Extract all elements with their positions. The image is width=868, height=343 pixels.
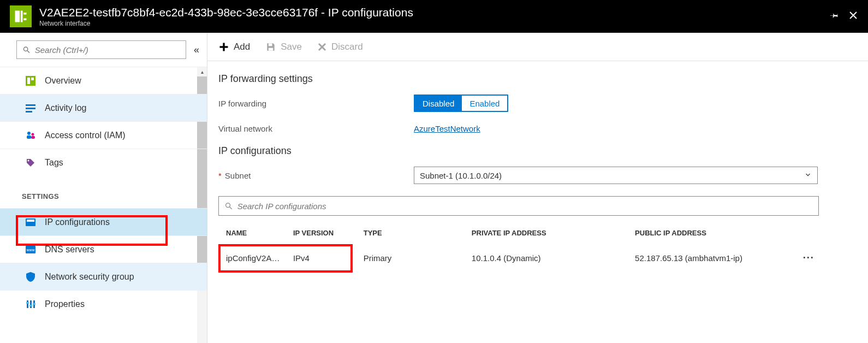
vnet-label: Virtual network bbox=[218, 124, 414, 133]
svg-point-35 bbox=[226, 203, 230, 208]
sidebar-item-ip-configurations[interactable]: IP configurations bbox=[0, 208, 207, 235]
collapse-sidebar-icon[interactable]: « bbox=[194, 44, 199, 56]
svg-rect-24 bbox=[30, 300, 32, 308]
svg-rect-15 bbox=[27, 135, 31, 139]
svg-rect-23 bbox=[27, 300, 28, 308]
subnet-select[interactable]: Subnet-1 (10.1.0.0/24) bbox=[414, 167, 818, 184]
svg-rect-13 bbox=[26, 111, 32, 113]
shield-icon bbox=[25, 271, 36, 282]
svg-rect-3 bbox=[23, 19, 26, 21]
sidebar-item-label: Network security group bbox=[45, 272, 134, 282]
sidebar-item-label: IP configurations bbox=[45, 217, 110, 227]
sidebar-item-nsg[interactable]: Network security group bbox=[0, 263, 207, 290]
row-context-menu-icon[interactable]: ··· bbox=[798, 252, 819, 264]
svg-point-14 bbox=[27, 132, 31, 135]
chevron-down-icon bbox=[804, 171, 812, 180]
content: IP forwarding settings IP forwarding Dis… bbox=[207, 61, 868, 343]
toggle-disabled[interactable]: Disabled bbox=[415, 96, 462, 111]
ip-config-icon bbox=[25, 217, 36, 228]
sidebar-item-label: Access control (IAM) bbox=[45, 131, 126, 140]
discard-button: Discard bbox=[317, 42, 363, 52]
access-control-icon bbox=[25, 130, 36, 141]
sidebar-item-label: Overview bbox=[45, 76, 81, 86]
dns-icon: www bbox=[25, 244, 36, 255]
sidebar-item-dns-servers[interactable]: www DNS servers bbox=[0, 235, 207, 263]
close-icon[interactable] bbox=[848, 10, 858, 23]
subnet-value: Subnet-1 (10.1.0.0/24) bbox=[420, 171, 502, 180]
svg-rect-31 bbox=[269, 43, 272, 46]
sidebar-search[interactable] bbox=[16, 40, 186, 59]
blade-title: V2AE2E2-testfb7c8bf4-ec2d-433b-98ec-3e3c… bbox=[39, 5, 830, 19]
svg-rect-32 bbox=[269, 48, 273, 50]
sidebar-item-activity-log[interactable]: Activity log bbox=[0, 94, 207, 121]
sidebar-item-label: Activity log bbox=[45, 103, 86, 113]
svg-rect-12 bbox=[26, 108, 35, 109]
add-button[interactable]: Add bbox=[218, 42, 250, 52]
svg-point-16 bbox=[32, 133, 34, 135]
nic-icon bbox=[10, 5, 32, 27]
col-public[interactable]: PUBLIC IP ADDRESS bbox=[635, 229, 798, 237]
sidebar: « ▴ Overview Activity log Access control… bbox=[0, 33, 207, 343]
sidebar-item-access-control[interactable]: Access control (IAM) bbox=[0, 121, 207, 149]
sidebar-item-label: DNS servers bbox=[45, 245, 94, 255]
table-row[interactable]: ipConfigV2A… IPv4 Primary 10.1.0.4 (Dyna… bbox=[218, 245, 819, 271]
svg-rect-10 bbox=[31, 78, 34, 80]
nav-list: ▴ Overview Activity log Access control (… bbox=[0, 67, 207, 343]
pin-icon[interactable] bbox=[830, 10, 840, 23]
sidebar-item-tags[interactable]: Tags bbox=[0, 149, 207, 176]
svg-rect-2 bbox=[23, 13, 26, 15]
cell-name: ipConfigV2A… bbox=[226, 253, 293, 263]
vnet-link[interactable]: AzureTestNetwork bbox=[414, 124, 480, 133]
activity-log-icon bbox=[25, 103, 36, 114]
svg-rect-9 bbox=[27, 78, 30, 84]
svg-rect-11 bbox=[26, 104, 35, 106]
properties-icon bbox=[25, 299, 36, 310]
header-text: V2AE2E2-testfb7c8bf4-ec2d-433b-98ec-3e3c… bbox=[39, 5, 830, 27]
col-version[interactable]: IP VERSION bbox=[293, 229, 364, 237]
svg-rect-27 bbox=[29, 305, 32, 306]
svg-rect-1 bbox=[21, 11, 23, 22]
svg-rect-20 bbox=[27, 220, 34, 222]
section-ip-forwarding-title: IP forwarding settings bbox=[218, 73, 848, 85]
sidebar-item-overview[interactable]: Overview bbox=[0, 67, 207, 94]
main-pane: Add Save Discard IP forwarding settings … bbox=[207, 33, 868, 343]
toolbar: Add Save Discard bbox=[207, 33, 868, 61]
table-header: NAME IP VERSION TYPE PRIVATE IP ADDRESS … bbox=[218, 222, 819, 245]
section-ip-configurations-title: IP configurations bbox=[218, 145, 848, 157]
toggle-enabled[interactable]: Enabled bbox=[462, 96, 507, 111]
svg-point-18 bbox=[28, 159, 29, 161]
ip-forwarding-label: IP forwarding bbox=[218, 99, 414, 108]
blade-subtitle: Network interface bbox=[39, 20, 830, 27]
svg-rect-26 bbox=[26, 302, 29, 304]
save-button: Save bbox=[265, 42, 302, 52]
col-type[interactable]: TYPE bbox=[364, 229, 472, 237]
ip-forwarding-toggle[interactable]: Disabled Enabled bbox=[414, 94, 508, 112]
svg-rect-17 bbox=[31, 136, 35, 139]
tags-icon bbox=[25, 157, 36, 168]
add-label: Add bbox=[234, 42, 250, 52]
col-private[interactable]: PRIVATE IP ADDRESS bbox=[472, 229, 635, 237]
ipconfig-table: NAME IP VERSION TYPE PRIVATE IP ADDRESS … bbox=[218, 222, 819, 271]
save-label: Save bbox=[281, 42, 302, 52]
sidebar-item-label: Properties bbox=[45, 299, 85, 309]
svg-rect-28 bbox=[33, 303, 35, 305]
blade-header: V2AE2E2-testfb7c8bf4-ec2d-433b-98ec-3e3c… bbox=[0, 0, 868, 33]
sidebar-item-label: Tags bbox=[45, 158, 63, 168]
col-name[interactable]: NAME bbox=[226, 229, 293, 237]
ipconfig-search-input[interactable] bbox=[237, 202, 813, 211]
sidebar-item-properties[interactable]: Properties bbox=[0, 290, 207, 317]
svg-line-36 bbox=[230, 207, 232, 209]
sidebar-section-settings: SETTINGS bbox=[0, 176, 207, 208]
svg-rect-8 bbox=[26, 76, 35, 86]
svg-rect-0 bbox=[15, 11, 20, 22]
ipconfig-search[interactable] bbox=[218, 196, 819, 216]
sidebar-search-input[interactable] bbox=[35, 45, 180, 55]
cell-type: Primary bbox=[364, 253, 472, 263]
cell-private: 10.1.0.4 (Dynamic) bbox=[472, 253, 635, 263]
discard-label: Discard bbox=[331, 42, 363, 52]
subnet-label: *Subnet bbox=[218, 171, 414, 180]
overview-icon bbox=[25, 75, 36, 86]
cell-public: 52.187.65.13 (ambhatvm1-ip) bbox=[635, 253, 798, 263]
svg-text:www: www bbox=[26, 248, 35, 252]
svg-point-6 bbox=[23, 47, 27, 51]
